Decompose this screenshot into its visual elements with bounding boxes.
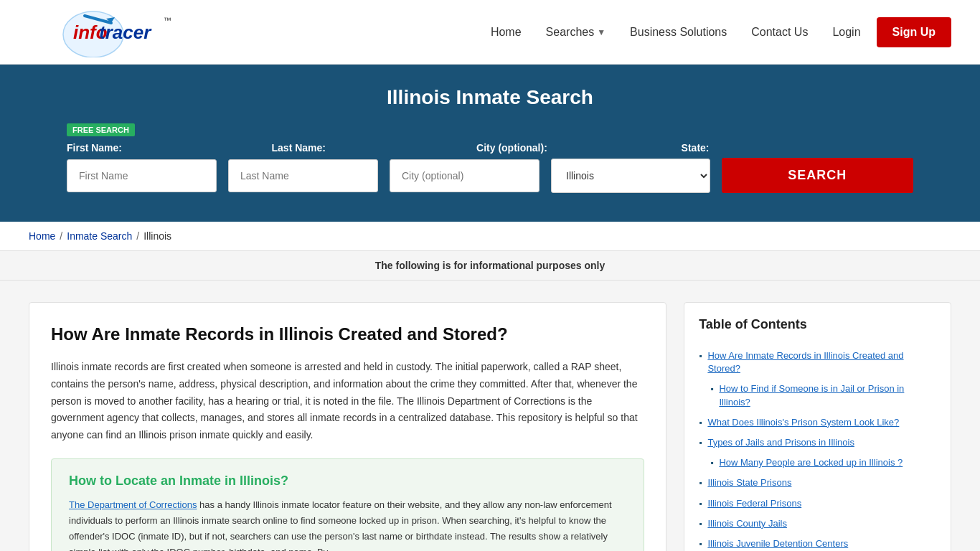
first-name-input[interactable] xyxy=(67,159,217,192)
toc-item: Types of Jails and Prisons in Illinois xyxy=(699,436,936,449)
breadcrumb-current: Illinois xyxy=(143,230,171,242)
city-label: City (optional): xyxy=(476,142,670,154)
toc-link[interactable]: Types of Jails and Prisons in Illinois xyxy=(707,436,854,449)
toc-link[interactable]: Illinois Juvenile Detention Centers xyxy=(707,537,848,550)
highlight-box: How to Locate an Inmate in Illinois? The… xyxy=(51,458,644,551)
doc-link[interactable]: The Department of Corrections xyxy=(69,499,197,510)
highlight-paragraph: The Department of Corrections has a hand… xyxy=(69,497,626,551)
article-paragraph-1: Illinois inmate records are first create… xyxy=(51,359,644,444)
table-of-contents: Table of Contents How Are Inmate Records… xyxy=(684,302,951,551)
toc-item: How to Find if Someone is in Jail or Pri… xyxy=(699,382,936,408)
state-select[interactable]: IllinoisAlabamaAlaskaArizonaArkansasCali… xyxy=(551,159,710,193)
toc-list: How Are Inmate Records in Illinois Creat… xyxy=(699,349,936,551)
toc-item: What Does Illinois's Prison System Look … xyxy=(699,416,936,429)
toc-heading: Table of Contents xyxy=(699,317,936,338)
toc-item: Illinois Juvenile Detention Centers xyxy=(699,537,936,550)
info-bar-text: The following is for informational purpo… xyxy=(375,260,605,271)
toc-link[interactable]: Illinois State Prisons xyxy=(707,476,791,489)
logo[interactable]: info tracer ™ xyxy=(29,7,187,57)
nav-searches[interactable]: Searches ▼ xyxy=(537,20,614,44)
toc-item: How Are Inmate Records in Illinois Creat… xyxy=(699,349,936,375)
free-search-badge: FREE SEARCH xyxy=(67,123,135,136)
article-heading: How Are Inmate Records in Illinois Creat… xyxy=(51,324,644,344)
last-name-label: Last Name: xyxy=(272,142,466,154)
toc-link[interactable]: How Many People are Locked up in Illinoi… xyxy=(719,456,903,469)
highlight-heading: How to Locate an Inmate in Illinois? xyxy=(69,474,626,489)
state-label: State: xyxy=(682,142,913,154)
search-inputs: IllinoisAlabamaAlaskaArizonaArkansasCali… xyxy=(67,158,913,193)
search-form: FREE SEARCH First Name: Last Name: City … xyxy=(67,123,913,193)
last-name-input[interactable] xyxy=(228,159,378,192)
breadcrumb-inmate-search[interactable]: Inmate Search xyxy=(67,230,132,242)
site-header: info tracer ™ Home Searches ▼ Business S… xyxy=(0,0,980,65)
info-bar: The following is for informational purpo… xyxy=(0,251,980,281)
article: How Are Inmate Records in Illinois Creat… xyxy=(29,302,666,551)
breadcrumb-sep-1: / xyxy=(60,230,62,242)
breadcrumb-sep-2: / xyxy=(136,230,139,242)
nav-business-solutions[interactable]: Business Solutions xyxy=(621,20,735,44)
toc-item: How Many People are Locked up in Illinoi… xyxy=(699,456,936,469)
signup-button[interactable]: Sign Up xyxy=(877,17,951,47)
chevron-down-icon: ▼ xyxy=(597,27,606,37)
toc-link[interactable]: How to Find if Someone is in Jail or Pri… xyxy=(719,382,936,408)
toc-item: Illinois County Jails xyxy=(699,517,936,530)
svg-text:tracer: tracer xyxy=(99,22,152,43)
breadcrumb: Home / Inmate Search / Illinois xyxy=(29,230,951,242)
toc-item: Illinois State Prisons xyxy=(699,476,936,489)
toc-link[interactable]: Illinois County Jails xyxy=(707,517,787,530)
hero-title: Illinois Inmate Search xyxy=(29,86,951,109)
breadcrumb-home[interactable]: Home xyxy=(29,230,55,242)
search-labels: First Name: Last Name: City (optional): … xyxy=(67,142,913,154)
toc-link[interactable]: Illinois Federal Prisons xyxy=(707,497,801,510)
city-input[interactable] xyxy=(390,159,540,192)
nav-login[interactable]: Login xyxy=(824,20,869,44)
main-content: How Are Inmate Records in Illinois Creat… xyxy=(0,281,980,551)
toc-link[interactable]: What Does Illinois's Prison System Look … xyxy=(707,416,899,429)
nav-home[interactable]: Home xyxy=(482,20,530,44)
nav-contact-us[interactable]: Contact Us xyxy=(743,20,816,44)
search-button[interactable]: SEARCH xyxy=(722,158,914,193)
first-name-label: First Name: xyxy=(67,142,260,154)
logo-svg: info tracer ™ xyxy=(29,7,187,57)
main-nav: Home Searches ▼ Business Solutions Conta… xyxy=(482,17,951,47)
hero-section: Illinois Inmate Search FREE SEARCH First… xyxy=(0,65,980,222)
toc-item: Illinois Federal Prisons xyxy=(699,497,936,510)
svg-text:™: ™ xyxy=(164,16,171,24)
breadcrumb-bar: Home / Inmate Search / Illinois xyxy=(0,222,980,251)
toc-link[interactable]: How Are Inmate Records in Illinois Creat… xyxy=(707,349,936,375)
